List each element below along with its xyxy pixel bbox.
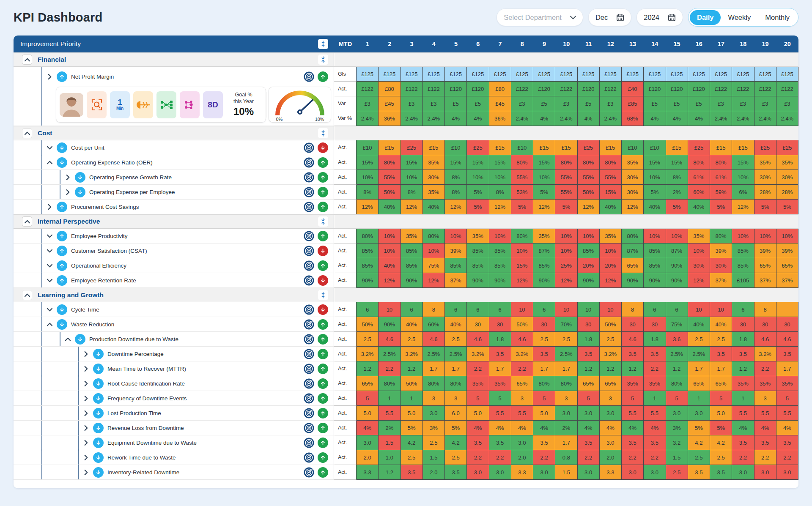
section-collapse-chevron[interactable] <box>22 128 32 138</box>
target-icon[interactable] <box>304 438 314 448</box>
toggle-monthly[interactable]: Monthly <box>758 10 797 25</box>
kpi-cell: 40% <box>644 200 666 214</box>
trend-down-icon <box>75 334 85 345</box>
target-icon[interactable] <box>304 275 314 286</box>
kpi-cell: 2.5 <box>688 332 710 347</box>
expand-chevron-up-icon[interactable] <box>47 161 53 164</box>
target-icon[interactable] <box>304 467 314 478</box>
target-icon[interactable] <box>304 231 314 241</box>
kpi-cell: 65% <box>578 376 600 391</box>
target-icon[interactable] <box>304 364 314 374</box>
target-icon[interactable] <box>304 172 314 183</box>
target-icon[interactable] <box>304 304 314 315</box>
section-compress-icon[interactable] <box>318 216 328 227</box>
target-icon[interactable] <box>304 142 314 153</box>
kpi-cell: 65% <box>710 376 732 391</box>
target-icon[interactable] <box>304 246 314 256</box>
expand-chevron-right-icon[interactable] <box>83 366 89 372</box>
expand-chevron-down-icon[interactable] <box>47 146 53 150</box>
quality-scope-icon[interactable] <box>87 91 107 118</box>
kpi-cell: 30 <box>622 317 644 332</box>
target-icon[interactable] <box>304 260 314 271</box>
kpi-cell: 10% <box>379 243 401 258</box>
calendar-icon <box>668 14 676 22</box>
kpi-cell: 5 <box>710 391 732 406</box>
tree-diagram-icon[interactable] <box>156 91 176 118</box>
expand-chevron-up-icon[interactable] <box>65 337 71 341</box>
kpi-cell: £3 <box>732 96 754 111</box>
expand-chevron-right-icon[interactable] <box>65 175 71 180</box>
expand-chevron-right-icon[interactable] <box>83 351 89 357</box>
section-header-fill <box>334 288 798 302</box>
kpi-cell: 2.2 <box>578 450 600 465</box>
section-compress-icon[interactable] <box>318 55 328 65</box>
kpi-cell: 10% <box>732 229 754 243</box>
expand-chevron-right-icon[interactable] <box>83 440 89 446</box>
kpi-cell: 1.8 <box>644 332 666 347</box>
expand-chevron-up-icon[interactable] <box>47 323 53 326</box>
target-icon[interactable] <box>304 157 314 168</box>
kpi-cell: 3.5 <box>754 435 776 450</box>
target-icon[interactable] <box>304 71 314 82</box>
expand-chevron-right-icon[interactable] <box>83 396 89 401</box>
fishbone-diagram-icon[interactable] <box>133 91 153 118</box>
target-icon[interactable] <box>304 393 314 404</box>
expand-chevron-right-icon[interactable] <box>83 381 89 386</box>
target-icon[interactable] <box>304 187 314 197</box>
eight-d-icon[interactable]: 8D <box>203 91 223 118</box>
tree-connector-line <box>41 347 42 361</box>
expand-chevron-down-icon[interactable] <box>47 264 53 268</box>
one-min-icon[interactable]: 1Min <box>110 91 130 118</box>
collapse-all-icon[interactable] <box>318 39 328 49</box>
target-icon[interactable] <box>304 334 314 345</box>
expand-chevron-down-icon[interactable] <box>47 249 53 253</box>
target-icon[interactable] <box>304 452 314 463</box>
month-picker[interactable]: Dec <box>588 8 631 26</box>
expand-chevron-right-icon[interactable] <box>83 455 89 460</box>
row-type-label: Act. <box>334 273 357 288</box>
kpi-cell: 12% <box>357 200 379 214</box>
kpi-cell: 2.4% <box>776 111 798 126</box>
expand-chevron-right-icon[interactable] <box>47 74 53 79</box>
expand-chevron-right-icon[interactable] <box>83 410 89 416</box>
kpi-cell: £25 <box>401 140 423 155</box>
row-type-label: Var <box>334 96 357 111</box>
kpi-cell: 1 <box>732 391 754 406</box>
target-icon[interactable] <box>304 202 314 212</box>
expand-chevron-right-icon[interactable] <box>83 425 89 431</box>
expand-chevron-right-icon[interactable] <box>47 204 53 210</box>
department-select[interactable]: Select Department <box>497 8 583 26</box>
flowchart-gear-icon[interactable] <box>180 91 200 118</box>
day-column-header: 7 <box>489 41 511 47</box>
toggle-daily[interactable]: Daily <box>690 10 721 25</box>
kpi-cell: £122 <box>401 82 423 96</box>
expand-chevron-down-icon[interactable] <box>47 234 53 238</box>
section-compress-icon[interactable] <box>318 290 328 300</box>
target-icon[interactable] <box>304 408 314 418</box>
kpi-cell: 65% <box>622 258 644 273</box>
section-collapse-chevron[interactable] <box>22 55 32 65</box>
expand-chevron-right-icon[interactable] <box>83 470 89 475</box>
trend-down-icon <box>93 393 104 404</box>
expand-chevron-down-icon[interactable] <box>47 279 53 282</box>
section-collapse-chevron[interactable] <box>22 290 32 300</box>
kpi-cell: 3 <box>754 391 776 406</box>
target-icon[interactable] <box>304 349 314 359</box>
section-collapse-chevron[interactable] <box>22 216 32 227</box>
target-icon[interactable] <box>304 423 314 433</box>
year-picker[interactable]: 2024 <box>636 8 683 26</box>
expand-chevron-right-icon[interactable] <box>65 189 71 195</box>
toggle-weekly[interactable]: Weekly <box>721 10 758 25</box>
kpi-cell: 3.3 <box>357 465 379 480</box>
kpi-cell: 3.5 <box>533 435 555 450</box>
target-icon[interactable] <box>304 319 314 330</box>
kpi-cell: 3.0 <box>622 465 644 480</box>
section-compress-icon[interactable] <box>318 128 328 138</box>
row-type-label: Act. <box>334 140 357 155</box>
kpi-cell: 8% <box>445 170 467 185</box>
page-title: KPI Dashboard <box>14 11 102 25</box>
expand-chevron-down-icon[interactable] <box>47 308 53 312</box>
kpi-cell: 35% <box>600 229 622 243</box>
kpi-detail-panel: 1Min8DGoal %this Year10%Actual %this Yea… <box>56 87 266 123</box>
target-icon[interactable] <box>304 378 314 389</box>
